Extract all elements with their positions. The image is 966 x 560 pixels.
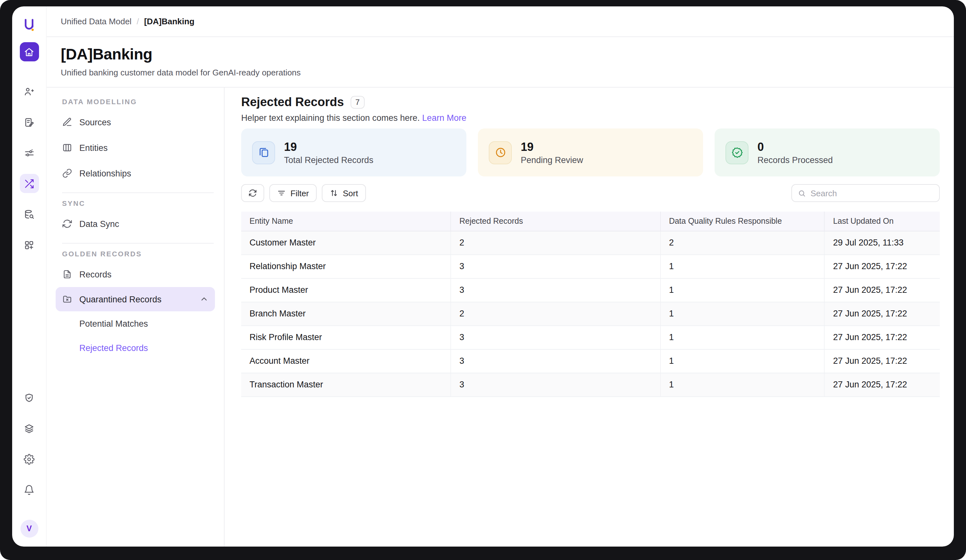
- cell-rejected-records: 2: [451, 231, 660, 254]
- shield-check-icon: [24, 392, 34, 403]
- cell-dq-rules: 1: [660, 302, 824, 325]
- gear-icon: [24, 454, 34, 464]
- helper-text-body: Helper text explaining this section come…: [241, 113, 420, 123]
- cell-rejected-records: 3: [451, 254, 660, 278]
- table-columns-icon: [62, 142, 72, 153]
- stat-label: Pending Review: [521, 155, 583, 165]
- sidebar-item-rejected-records[interactable]: Rejected Records: [47, 336, 224, 360]
- sidebar-item-records[interactable]: Records: [47, 262, 224, 287]
- sidebar-item-label: Sources: [79, 117, 111, 127]
- adjustments-sparkle-icon: [24, 147, 34, 158]
- database-search-button[interactable]: [20, 205, 39, 224]
- filter-button[interactable]: Filter: [269, 184, 317, 202]
- rejected-records-table: Entity Name Rejected Records Data Qualit…: [241, 211, 940, 397]
- search-box[interactable]: [791, 184, 940, 202]
- sidebar-item-quarantined-records[interactable]: Quarantined Records: [56, 287, 215, 311]
- sidebar-item-relationships[interactable]: Relationships: [47, 160, 224, 186]
- stat-text: 0 Records Processed: [757, 140, 833, 165]
- stat-card-records-processed: 0 Records Processed: [715, 128, 940, 177]
- file-text-icon: [62, 269, 72, 279]
- chevron-up-icon[interactable]: [200, 295, 209, 304]
- filter-icon: [277, 188, 286, 198]
- sidebar-item-potential-matches[interactable]: Potential Matches: [47, 311, 224, 336]
- clock-icon: [494, 146, 506, 159]
- user-plus-icon: [24, 86, 34, 97]
- bell-icon: [24, 484, 34, 495]
- stat-icon-box: [489, 141, 512, 164]
- shell: Unified Data Model / [DA]Banking [DA]Ban…: [47, 7, 954, 547]
- sidebar-item-entities[interactable]: Entities: [47, 135, 224, 160]
- security-button[interactable]: [20, 388, 39, 407]
- settings-button[interactable]: [20, 449, 39, 468]
- link-icon: [62, 168, 72, 178]
- sidebar-section-sync: SYNC: [47, 194, 224, 211]
- cell-last-updated: 27 Jun 2025, 17:22: [825, 325, 940, 349]
- sidebar-item-data-sync[interactable]: Data Sync: [47, 211, 224, 237]
- sync-icon: [62, 219, 72, 229]
- avatar[interactable]: V: [20, 520, 38, 538]
- automation-button[interactable]: [20, 143, 39, 162]
- learn-more-link[interactable]: Learn More: [422, 113, 467, 123]
- cell-last-updated: 27 Jun 2025, 17:22: [825, 278, 940, 302]
- cell-entity-name: Account Master: [241, 349, 451, 373]
- notifications-button[interactable]: [20, 480, 39, 499]
- cell-last-updated: 27 Jun 2025, 17:22: [825, 302, 940, 325]
- layers-button[interactable]: [20, 419, 39, 438]
- document-edit-icon: [24, 117, 34, 128]
- filter-button-label: Filter: [291, 188, 309, 198]
- app-window: V Unified Data Model / [DA]Banking [DA]B…: [12, 7, 954, 547]
- table-row[interactable]: Relationship Master 3 1 27 Jun 2025, 17:…: [241, 254, 940, 278]
- table-row[interactable]: Transaction Master 3 1 27 Jun 2025, 17:2…: [241, 373, 940, 396]
- breadcrumb-separator: /: [136, 16, 139, 26]
- sidebar-item-label: Data Sync: [79, 219, 119, 229]
- section-header: Rejected Records 7: [241, 95, 940, 109]
- cell-dq-rules: 1: [660, 349, 824, 373]
- cell-dq-rules: 2: [660, 231, 824, 254]
- cell-dq-rules: 1: [660, 373, 824, 396]
- page-subtitle: Unified banking customer data model for …: [61, 68, 940, 77]
- column-header-last-updated: Last Updated On: [825, 211, 940, 231]
- apps-button[interactable]: [20, 235, 39, 254]
- breadcrumb-root-link[interactable]: Unified Data Model: [61, 16, 131, 26]
- breadcrumb: Unified Data Model / [DA]Banking: [47, 7, 954, 37]
- page-title: [DA]Banking: [61, 45, 940, 63]
- breadcrumb-current: [DA]Banking: [144, 16, 194, 26]
- sort-button[interactable]: Sort: [322, 184, 366, 202]
- shuffle-icon: [24, 178, 34, 189]
- app-logo-icon: [21, 16, 38, 33]
- stat-value: 0: [757, 140, 833, 154]
- table-row[interactable]: Account Master 3 1 27 Jun 2025, 17:22: [241, 349, 940, 373]
- stat-value: 19: [521, 140, 583, 154]
- table-header-row: Entity Name Rejected Records Data Qualit…: [241, 211, 940, 231]
- table-row[interactable]: Branch Master 2 1 27 Jun 2025, 17:22: [241, 302, 940, 325]
- cell-rejected-records: 3: [451, 325, 660, 349]
- sidebar: DATA MODELLING Sources Entities: [47, 88, 225, 547]
- data-flow-button[interactable]: [20, 174, 39, 193]
- apps-grid-icon: [24, 239, 34, 250]
- sidebar-item-sources[interactable]: Sources: [47, 109, 224, 135]
- layers-icon: [24, 423, 34, 434]
- toolbar-left-group: Filter Sort: [241, 184, 366, 202]
- table-row[interactable]: Product Master 3 1 27 Jun 2025, 17:22: [241, 278, 940, 302]
- cell-rejected-records: 3: [451, 278, 660, 302]
- sidebar-section-golden-records: GOLDEN RECORDS: [47, 245, 224, 262]
- column-header-rejected-records: Rejected Records: [451, 211, 660, 231]
- refresh-icon: [248, 188, 257, 198]
- home-button[interactable]: [20, 42, 39, 61]
- cell-entity-name: Product Master: [241, 278, 451, 302]
- stat-text: 19 Total Rejected Records: [284, 140, 373, 165]
- refresh-button[interactable]: [241, 184, 264, 202]
- helper-text: Helper text explaining this section come…: [241, 113, 940, 123]
- user-management-button[interactable]: [20, 82, 39, 101]
- sidebar-item-label: Quarantined Records: [79, 295, 161, 304]
- search-input[interactable]: [810, 188, 933, 198]
- stat-card-total-rejected: 19 Total Rejected Records: [241, 128, 467, 177]
- table-toolbar: Filter Sort: [241, 184, 940, 202]
- rail-bottom-group: [20, 388, 39, 499]
- home-icon: [24, 46, 34, 57]
- form-builder-button[interactable]: [20, 113, 39, 132]
- table-row[interactable]: Customer Master 2 2 29 Jul 2025, 11:33: [241, 231, 940, 254]
- content-row: DATA MODELLING Sources Entities: [47, 88, 954, 547]
- table-row[interactable]: Risk Profile Master 3 1 27 Jun 2025, 17:…: [241, 325, 940, 349]
- cell-entity-name: Relationship Master: [241, 254, 451, 278]
